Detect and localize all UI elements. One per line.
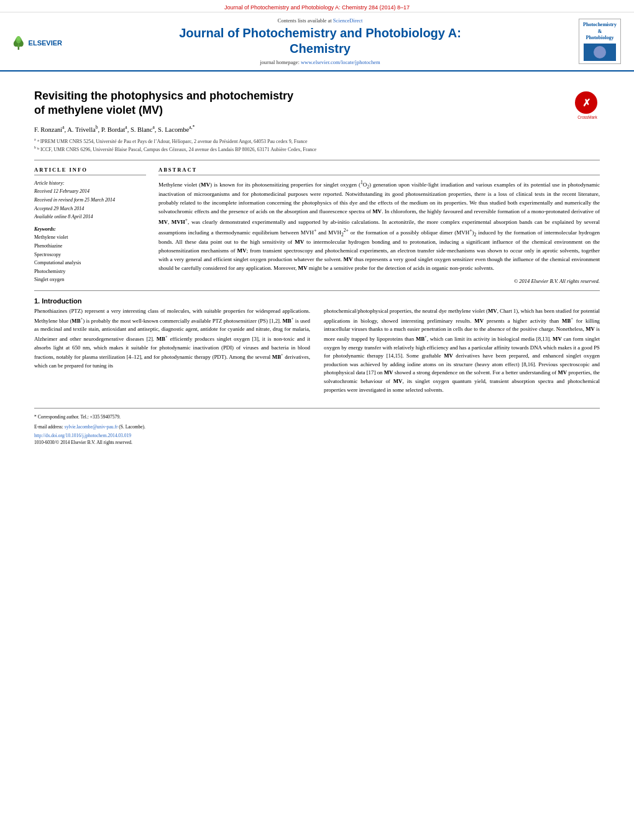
journal-name: Journal of Photochemistry and Photobiolo… [68,25,572,57]
received-date: Received 12 February 2014 [34,187,146,196]
body-left-text: Phenothiazines (PTZ) represent a very in… [34,307,310,370]
affiliations: a ᵃ IPREM UMR CNRS 5254, Université de P… [34,137,600,154]
crossmark-badge: ✗ CrossMark [575,91,600,119]
crossmark-icon: ✗ [575,91,597,114]
email-link[interactable]: sylvie.lacombe@univ-pau.fr [65,424,118,430]
abstract-text: Methylene violet (MV) is known for its p… [158,179,600,273]
article-history: Article history: Received 12 February 20… [34,179,146,284]
article-title: Revisiting the photophysics and photoche… [34,89,569,118]
article-title-section: Revisiting the photophysics and photoche… [34,89,600,119]
article-info-abstract: ARTICLE INFO Article history: Received 1… [34,167,600,284]
svg-point-5 [17,35,21,40]
sciencedirect-link[interactable]: ScienceDirect [333,17,363,24]
separator-2 [34,290,600,291]
issn-line: 1010-6030/© 2014 Elsevier B.V. All right… [34,440,600,445]
svg-rect-0 [18,47,19,50]
homepage-link[interactable]: www.elsevier.com/locate/jphotochem [301,59,380,65]
footnote-email: E-mail address: sylvie.lacombe@univ-pau.… [34,423,600,430]
doi-line: http://dx.doi.org/10.1016/j.jphotochem.2… [34,433,600,438]
authors-line: F. Ronzania, A. Trivellab, P. Bordata, S… [34,124,600,133]
footer-left: * Corresponding author. Tel.: +335 59407… [34,413,600,445]
journal-logo-box: Photochemistry &Photobiology [579,19,621,63]
accepted-date: Accepted 29 March 2014 [34,205,146,213]
footer-area: * Corresponding author. Tel.: +335 59407… [34,408,600,445]
body-right-text: photochemical/photophysical properties, … [324,307,600,394]
journal-logo-right: Photochemistry &Photobiology [578,19,622,63]
journal-title-center: Contents lists available at ScienceDirec… [68,17,572,65]
top-bar: Journal of Photochemistry and Photobiolo… [0,0,634,12]
abstract-heading: ABSTRACT [158,167,600,175]
section-1-heading: 1. Introduction [34,297,600,305]
article-info-heading: ARTICLE INFO [34,167,146,175]
doi-link[interactable]: http://dx.doi.org/10.1016/j.jphotochem.2… [34,433,131,438]
received-revised-date: Received in revised form 25 March 2014 [34,196,146,205]
article-history-label: Article history: [34,179,146,188]
keywords-label: Keywords: [34,225,146,234]
journal-homepage: journal homepage: www.elsevier.com/locat… [68,59,572,65]
available-date: Available online 8 April 2014 [34,213,146,221]
body-left-column: Phenothiazines (PTZ) represent a very in… [34,307,310,398]
elsevier-tree-icon [12,31,25,55]
elsevier-text: ELSEVIER [29,39,62,47]
abstract-column: ABSTRACT Methylene violet (MV) is known … [158,167,600,284]
elsevier-logo-left: ELSEVIER [12,29,62,55]
article-info-column: ARTICLE INFO Article history: Received 1… [34,167,146,284]
body-right-column: photochemical/photophysical properties, … [324,307,600,398]
journal-reference: Journal of Photochemistry and Photobiolo… [224,4,410,11]
body-two-column: Phenothiazines (PTZ) represent a very in… [34,307,600,398]
separator-1 [34,160,600,160]
contents-line: Contents lists available at ScienceDirec… [68,17,572,24]
crossmark-label: CrossMark [575,115,600,119]
main-content: Revisiting the photophysics and photoche… [0,72,634,456]
journal-header: ELSEVIER Contents lists available at Sci… [0,12,634,72]
keywords-section: Keywords: Methylene violet Phenothiazine… [34,225,146,284]
footnote-corresponding: * Corresponding author. Tel.: +335 59407… [34,413,600,420]
keywords-list: Methylene violet Phenothiazine Spectrosc… [34,233,146,284]
copyright-notice: © 2014 Elsevier B.V. All rights reserved… [158,278,600,284]
